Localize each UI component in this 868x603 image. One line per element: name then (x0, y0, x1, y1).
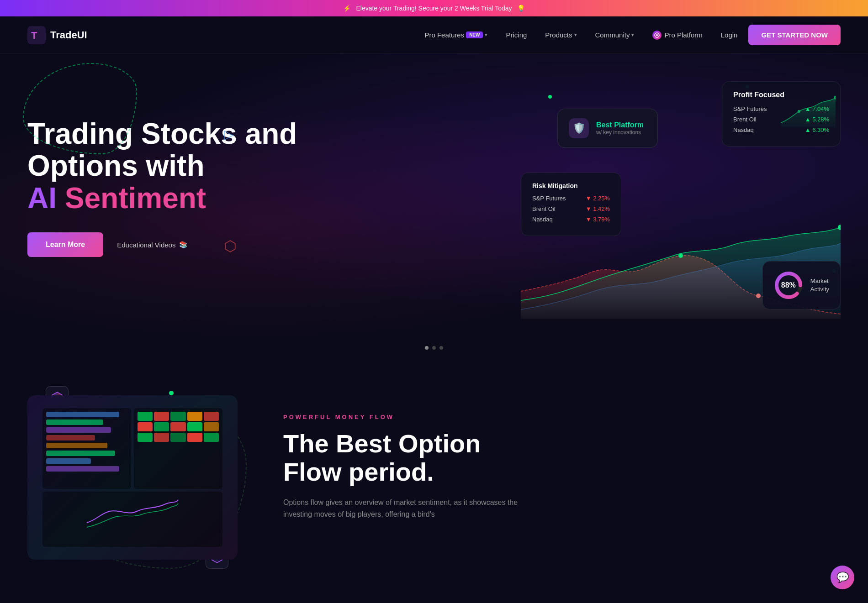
risk-row-0: S&P Futures ▼ 2.25% (532, 195, 610, 202)
card-best-platform-text: Best Platform w/ key innovations (596, 121, 644, 136)
green-dot-s2-1 (169, 391, 174, 395)
play-icon: ▷ (224, 127, 234, 142)
nav-label-pro-platform: Pro Platform (664, 31, 702, 39)
screenshot-wrapper (27, 395, 238, 560)
card-market: 88% Market Activity (762, 261, 841, 309)
logo-icon: T (27, 26, 46, 44)
edu-videos-link[interactable]: Educational Videos 📚 (117, 241, 188, 249)
nav-links: Pro Features NEW ▾ Pricing Products ▾ Co… (417, 25, 841, 45)
logo-text: TradeUI (50, 29, 87, 41)
chat-icon: 💬 (836, 572, 849, 583)
risk-label-0: S&P Futures (532, 195, 566, 202)
hero-title-sentiment: Sentiment (65, 182, 206, 215)
section2-title: The Best Option Flow period. (283, 430, 841, 486)
risk-label-2: Nasdaq (532, 216, 553, 223)
profit-label-2: Nasdaq (733, 126, 754, 133)
scroll-dot-2[interactable] (439, 346, 443, 350)
profit-label-0: S&P Futures (733, 105, 767, 112)
svg-point-5 (678, 253, 683, 258)
risk-value-2: ▼ 3.79% (586, 216, 610, 223)
top-banner[interactable]: ⚡ Elevate your Trading! Secure your 2 We… (0, 0, 868, 16)
profit-label-1: Brent Oil (733, 116, 757, 123)
hero-actions: Learn More Educational Videos 📚 (27, 232, 311, 257)
edu-videos-label: Educational Videos (117, 241, 175, 249)
nav-item-community[interactable]: Community ▾ (588, 27, 642, 42)
shield-icon: 🛡️ (569, 118, 589, 138)
market-percentage: 88% (781, 281, 796, 289)
svg-point-7 (798, 110, 800, 113)
card-profit: Profit Focused S&P Futures ▲ 7.04% Brent… (722, 81, 841, 147)
nav-item-products[interactable]: Products ▾ (538, 27, 584, 42)
learn-more-button[interactable]: Learn More (27, 232, 103, 257)
risk-row-2: Nasdaq ▼ 3.79% (532, 216, 610, 223)
scroll-dot-0[interactable] (425, 346, 429, 350)
card-best-platform-subtitle: w/ key innovations (596, 129, 644, 136)
nav-item-pro-features[interactable]: Pro Features NEW ▾ (417, 27, 495, 42)
logo[interactable]: T TradeUI (27, 26, 87, 44)
green-dot-1 (548, 95, 552, 99)
profit-value-2: ▲ 6.30% (805, 126, 829, 133)
svg-text:T: T (31, 30, 37, 41)
risk-row-1: Brent Oil ▼ 1.42% (532, 205, 610, 212)
risk-value-1: ▼ 1.42% (586, 205, 610, 212)
scroll-dots (0, 337, 868, 359)
navbar: T TradeUI Pro Features NEW ▾ Pricing Pro… (0, 16, 868, 54)
chevron-down-icon: ▾ (485, 32, 487, 38)
section2: POWERFUL MONEY FLOW The Best Option Flow… (0, 359, 868, 596)
section2-description: Options flow gives an overview of market… (283, 497, 521, 520)
svg-point-3 (656, 34, 658, 36)
hex-icon: ⬡ (224, 237, 237, 255)
nav-item-pricing[interactable]: Pricing (498, 27, 534, 42)
profit-row-2: Nasdaq ▲ 6.30% (733, 126, 829, 133)
nav-label-community: Community (595, 31, 630, 39)
banner-icon-left: ⚡ (343, 5, 351, 12)
nav-label-pro-features: Pro Features (424, 31, 464, 39)
nav-label-pricing: Pricing (506, 31, 527, 39)
card-best-platform-title: Best Platform (596, 121, 644, 129)
scroll-dot-1[interactable] (432, 346, 436, 350)
chevron-down-icon-2: ▾ (574, 32, 577, 38)
get-started-button[interactable]: GET STARTED NOW (748, 25, 841, 45)
nav-label-products: Products (545, 31, 572, 39)
chat-bubble[interactable]: 💬 (831, 566, 854, 589)
nav-badge-new: NEW (466, 31, 483, 38)
nav-login[interactable]: Login (714, 27, 745, 42)
nav-item-pro-platform[interactable]: Pro Platform (645, 27, 709, 43)
market-donut: 88% (774, 271, 803, 300)
section2-label: POWERFUL MONEY FLOW (283, 414, 841, 420)
risk-label-1: Brent Oil (532, 205, 556, 212)
market-label: Market Activity (810, 277, 829, 294)
hero-section: ▷ ⬡ Trading Stocks and Options with AI S… (0, 54, 868, 337)
section2-right: POWERFUL MONEY FLOW The Best Option Flow… (283, 395, 841, 520)
hero-charts: 🛡️ Best Platform w/ key innovations Risk… (521, 81, 841, 319)
pro-platform-icon (652, 31, 662, 40)
chevron-down-icon-3: ▾ (631, 32, 634, 38)
trading-screenshot (27, 395, 238, 560)
banner-text: Elevate your Trading! Secure your 2 Week… (356, 5, 512, 12)
card-best-platform: 🛡️ Best Platform w/ key innovations (557, 109, 658, 148)
deco-curve (23, 63, 137, 154)
section2-left (27, 395, 247, 560)
banner-icon-right: 💡 (517, 5, 525, 12)
hero-title-ai: AI (27, 182, 57, 215)
risk-value-0: ▼ 2.25% (586, 195, 610, 202)
card-risk-title: Risk Mitigation (532, 182, 610, 189)
edu-videos-emoji: 📚 (179, 241, 188, 249)
card-risk: Risk Mitigation S&P Futures ▼ 2.25% Bren… (521, 173, 621, 236)
hero-title-line2: Options with (27, 149, 205, 182)
